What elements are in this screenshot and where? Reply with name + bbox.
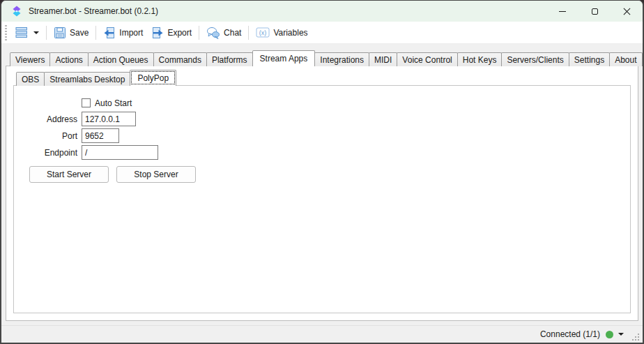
tab-actions[interactable]: Actions bbox=[49, 52, 88, 66]
subtab-obs[interactable]: OBS bbox=[16, 72, 45, 86]
status-bar: Connected (1/1) bbox=[1, 325, 643, 343]
save-label: Save bbox=[70, 28, 89, 38]
toolbar: Save Import Export bbox=[1, 22, 643, 44]
variables-icon: (x) bbox=[256, 27, 270, 38]
endpoint-input[interactable] bbox=[82, 145, 158, 160]
start-server-button[interactable]: Start Server bbox=[29, 166, 109, 183]
chat-button[interactable]: Chat bbox=[202, 24, 245, 41]
app-window: Streamer.bot - Streamer.bot (0.2.1) bbox=[0, 0, 644, 344]
variables-label: Variables bbox=[273, 28, 307, 38]
tab-stream-apps[interactable]: Stream Apps bbox=[252, 50, 316, 66]
save-floppy-icon bbox=[54, 27, 66, 39]
tab-voice-control[interactable]: Voice Control bbox=[397, 52, 457, 66]
app-logo-icon bbox=[11, 6, 22, 17]
toolbar-separator bbox=[95, 26, 96, 40]
endpoint-label: Endpoint bbox=[14, 148, 77, 158]
close-icon bbox=[623, 8, 631, 15]
tab-midi[interactable]: MIDI bbox=[369, 52, 397, 66]
address-label: Address bbox=[14, 114, 77, 124]
minimize-icon bbox=[559, 11, 566, 12]
port-label: Port bbox=[14, 131, 77, 141]
import-label: Import bbox=[119, 28, 143, 38]
address-input[interactable] bbox=[82, 112, 136, 126]
window-title: Streamer.bot - Streamer.bot (0.2.1) bbox=[29, 6, 158, 16]
polypop-page: Auto Start Address Port Endpoint Start S… bbox=[13, 85, 631, 313]
subtab-polypop[interactable]: PolyPop bbox=[130, 70, 176, 86]
endpoint-row: Endpoint bbox=[14, 145, 630, 160]
tab-action-queues[interactable]: Action Queues bbox=[88, 52, 154, 66]
chevron-down-icon bbox=[33, 31, 39, 34]
chat-label: Chat bbox=[224, 28, 241, 38]
toolbar-separator bbox=[199, 26, 199, 40]
export-button[interactable]: Export bbox=[147, 24, 196, 41]
port-row: Port bbox=[14, 128, 630, 143]
resize-grip[interactable] bbox=[632, 333, 641, 341]
tab-commands[interactable]: Commands bbox=[153, 52, 207, 66]
main-tab-strip: Viewers Actions Action Queues Commands P… bbox=[6, 50, 638, 66]
import-button[interactable]: Import bbox=[99, 24, 147, 41]
menu-button[interactable] bbox=[11, 24, 43, 40]
export-label: Export bbox=[167, 28, 192, 38]
toolbar-grip[interactable] bbox=[5, 25, 7, 40]
stop-server-button[interactable]: Stop Server bbox=[116, 166, 196, 183]
auto-start-row: Auto Start bbox=[82, 98, 630, 108]
tab-settings[interactable]: Settings bbox=[569, 52, 610, 66]
minimize-button[interactable] bbox=[546, 1, 578, 22]
tab-about[interactable]: About bbox=[609, 52, 642, 66]
close-button[interactable] bbox=[611, 1, 643, 22]
tab-integrations[interactable]: Integrations bbox=[314, 52, 369, 66]
auto-start-checkbox[interactable] bbox=[82, 98, 91, 107]
toolbar-separator bbox=[248, 26, 249, 40]
connection-status-text: Connected (1/1) bbox=[540, 329, 600, 339]
subtab-streamlabs-desktop[interactable]: Streamlabs Desktop bbox=[44, 72, 130, 86]
import-icon bbox=[103, 27, 116, 39]
stream-apps-page: OBS Streamlabs Desktop PolyPop Auto Star… bbox=[6, 66, 638, 321]
connection-dropdown-icon[interactable] bbox=[618, 333, 624, 336]
toolbar-separator bbox=[46, 26, 47, 40]
port-input[interactable] bbox=[82, 128, 119, 143]
maximize-button[interactable] bbox=[578, 1, 611, 22]
tab-viewers[interactable]: Viewers bbox=[10, 52, 50, 66]
stream-apps-sub-tab-strip: OBS Streamlabs Desktop PolyPop bbox=[13, 70, 631, 86]
tab-platforms[interactable]: Platforms bbox=[206, 52, 253, 66]
tab-hot-keys[interactable]: Hot Keys bbox=[457, 52, 503, 66]
connection-status-dot bbox=[606, 331, 613, 338]
chat-bubbles-icon bbox=[206, 27, 220, 39]
maximize-icon bbox=[592, 8, 598, 15]
variables-button[interactable]: (x) Variables bbox=[252, 24, 312, 40]
hamburger-menu-icon bbox=[15, 27, 28, 38]
variables-glyph: (x) bbox=[259, 29, 267, 36]
title-bar: Streamer.bot - Streamer.bot (0.2.1) bbox=[1, 1, 643, 22]
address-row: Address bbox=[14, 112, 630, 126]
auto-start-label: Auto Start bbox=[95, 98, 132, 108]
server-buttons-row: Start Server Stop Server bbox=[29, 166, 630, 183]
main-area: Viewers Actions Action Queues Commands P… bbox=[1, 44, 643, 325]
tab-servers-clients[interactable]: Servers/Clients bbox=[501, 52, 569, 66]
save-button[interactable]: Save bbox=[49, 24, 93, 41]
export-icon bbox=[151, 27, 164, 39]
